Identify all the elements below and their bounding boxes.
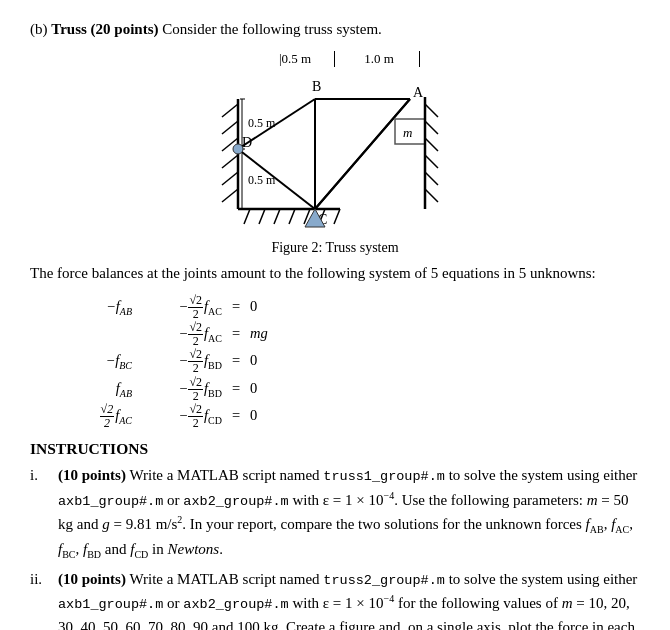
node-A-label: A: [413, 85, 424, 100]
m-box-label: m: [403, 125, 412, 140]
svg-line-30: [425, 155, 438, 168]
svg-line-10: [274, 209, 280, 224]
svg-line-31: [425, 172, 438, 185]
svg-line-6: [222, 189, 238, 202]
dim-label-2: 1.0 m: [335, 51, 420, 67]
section-header: (b) Truss (20 points) Consider the follo…: [30, 18, 640, 41]
instruction-item-2: ii. (10 points) Write a MATLAB script na…: [30, 568, 640, 630]
svg-line-32: [425, 189, 438, 202]
problem-text: The force balances at the joints amount …: [30, 262, 640, 285]
figure-area: |0.5 m 1.0 m: [30, 51, 640, 256]
script-name-1: truss1_group#.m: [323, 469, 445, 484]
svg-line-1: [222, 104, 238, 117]
eq-row-3: −fBC −√22fBD = 0: [60, 348, 640, 375]
eq-row-5: √22fAC −√22fCD = 0: [60, 403, 640, 430]
svg-line-9: [259, 209, 265, 224]
instructions-list: i. (10 points) Write a MATLAB script nam…: [30, 464, 640, 630]
dim-label-1: |0.5 m: [260, 51, 335, 67]
truss-diagram: A B C D 0.5 m 0.5 m m: [200, 69, 470, 234]
section-points: (20 points): [91, 21, 159, 37]
eq-row-2: −√22fAC = mg: [60, 321, 640, 348]
axb2-ref-2: axb2_group#.m: [183, 597, 288, 612]
svg-line-4: [222, 155, 238, 168]
left-dim-2: 0.5 m: [248, 173, 276, 187]
eq-row-4: fAB −√22fBD = 0: [60, 376, 640, 403]
axb1-ref-2: axb1_group#.m: [58, 597, 163, 612]
equations-block: −fAB −√22fAC = 0 −√22fAC = mg −fBC −√22f…: [60, 294, 640, 431]
section-label: (b): [30, 21, 48, 37]
svg-line-29: [425, 138, 438, 151]
figure-caption: Figure 2: Truss system: [271, 240, 398, 256]
svg-line-27: [425, 104, 438, 117]
section-title: Truss: [51, 21, 87, 37]
svg-line-11: [289, 209, 295, 224]
node-B-label: B: [312, 79, 321, 94]
section-intro: Consider the following truss system.: [162, 21, 382, 37]
svg-line-20: [315, 99, 410, 209]
node-D-label: D: [242, 135, 252, 150]
axb1-ref-1: axb1_group#.m: [58, 494, 163, 509]
instructions-title: INSTRUCTIONS: [30, 440, 640, 458]
instruction-item-1: i. (10 points) Write a MATLAB script nam…: [30, 464, 640, 561]
inst-text-2: (10 points) Write a MATLAB script named …: [58, 568, 640, 630]
inst-text-1: (10 points) Write a MATLAB script named …: [58, 464, 640, 561]
svg-line-28: [425, 121, 438, 134]
eq-row-1: −fAB −√22fAC = 0: [60, 294, 640, 321]
dim-end: [420, 51, 440, 67]
left-dim-1: 0.5 m: [248, 116, 276, 130]
svg-line-5: [222, 172, 238, 185]
svg-line-8: [244, 209, 250, 224]
axb2-ref-1: axb2_group#.m: [183, 494, 288, 509]
inst-num-2: ii.: [30, 568, 58, 591]
svg-line-14: [334, 209, 340, 224]
svg-line-2: [222, 121, 238, 134]
script-name-2: truss2_group#.m: [323, 573, 445, 588]
pin-D: [233, 144, 243, 154]
inst-num-1: i.: [30, 464, 58, 487]
